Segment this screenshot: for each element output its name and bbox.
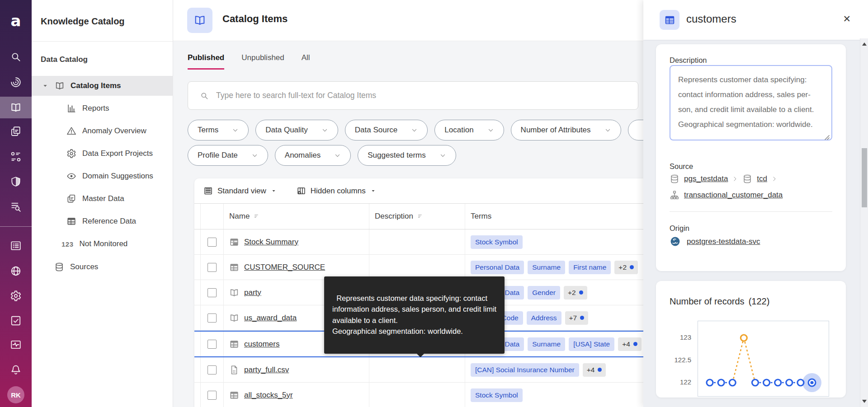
resize-handle-icon[interactable] bbox=[824, 135, 830, 140]
standard-view-dropdown[interactable]: Standard view bbox=[203, 186, 277, 196]
sidebar-item-catalog-items[interactable]: Catalog Items bbox=[32, 76, 173, 96]
row-checkbox[interactable] bbox=[208, 340, 217, 349]
term-dot-icon bbox=[630, 265, 634, 269]
database-icon bbox=[742, 174, 752, 184]
rail-item-check-square[interactable] bbox=[0, 310, 32, 332]
description-textarea[interactable]: Represents customer data specifying: con… bbox=[670, 65, 832, 140]
sidebar-item-not-monitored[interactable]: 123Not Monitored bbox=[32, 233, 173, 255]
sidebar-item-domain-suggestions[interactable]: Domain Suggestions bbox=[32, 165, 173, 187]
book-icon bbox=[229, 288, 239, 298]
scroll-down-icon[interactable] bbox=[862, 400, 867, 403]
source-link[interactable]: transactional_customer_data bbox=[684, 189, 783, 201]
sidebar-item-data-export-projects[interactable]: Data Export Projects bbox=[32, 142, 173, 165]
origin-link[interactable]: postgres-testdata-svc bbox=[687, 237, 760, 246]
description-label: Description bbox=[670, 56, 707, 65]
table-icon bbox=[229, 262, 239, 272]
check-square-icon bbox=[10, 315, 22, 327]
close-icon[interactable]: ✕ bbox=[843, 14, 851, 24]
row-checkbox[interactable] bbox=[208, 288, 217, 297]
tab-bar: PublishedUnpublishedAll bbox=[188, 53, 310, 70]
source-label: Source bbox=[670, 162, 693, 171]
filter-label: Data Source bbox=[355, 126, 398, 135]
column-header-description[interactable]: Description bbox=[369, 204, 465, 229]
standard-view-label: Standard view bbox=[217, 187, 266, 196]
filter-data-quality[interactable]: Data Quality bbox=[255, 120, 338, 140]
search-input[interactable] bbox=[216, 82, 638, 109]
scrollbar-thumb[interactable] bbox=[862, 148, 867, 207]
term-tag: Stock Symbol bbox=[471, 388, 523, 402]
asset-link[interactable]: party bbox=[244, 288, 261, 297]
row-checkbox[interactable] bbox=[208, 365, 217, 374]
origin-label: Origin bbox=[670, 224, 689, 233]
filter-data-source[interactable]: Data Source bbox=[345, 120, 428, 140]
sidebar-item-label: Reports bbox=[82, 104, 109, 113]
table-row-party-full-csv[interactable]: party_full.csv[CAN] Social Insurance Num… bbox=[194, 357, 643, 383]
asset-link[interactable]: customers bbox=[244, 340, 279, 349]
sidebar-item-sources[interactable]: Sources bbox=[32, 256, 173, 278]
asset-link[interactable]: all_stocks_5yr bbox=[244, 391, 293, 400]
filter-clipped[interactable] bbox=[628, 120, 643, 140]
sidebar-item-label: Anomaly Overview bbox=[82, 126, 146, 136]
book-icon bbox=[193, 14, 206, 27]
tab-all[interactable]: All bbox=[302, 53, 310, 70]
sidebar-item-master-data[interactable]: Master Data bbox=[32, 187, 173, 210]
hidden-columns-dropdown[interactable]: Hidden columns bbox=[297, 186, 376, 196]
scroll-up-icon[interactable] bbox=[862, 42, 867, 46]
row-checkbox[interactable] bbox=[208, 313, 217, 323]
rail-item-bell[interactable] bbox=[0, 359, 32, 381]
row-checkbox[interactable] bbox=[208, 263, 217, 272]
main-header: Catalog Items bbox=[173, 0, 643, 41]
asset-link[interactable]: CUSTOMER_SOURCE bbox=[244, 263, 325, 272]
y-tick-label: 123 bbox=[661, 333, 691, 342]
chevron-down-icon bbox=[232, 127, 239, 134]
sidebar-item-anomaly-overview[interactable]: Anomaly Overview bbox=[32, 120, 173, 142]
table-icon bbox=[229, 390, 239, 400]
tab-published[interactable]: Published bbox=[188, 53, 224, 70]
source-link[interactable]: pgs_testdata bbox=[684, 173, 728, 185]
user-avatar[interactable]: RK bbox=[7, 386, 24, 403]
book-icon bbox=[229, 313, 239, 323]
asset-details-card: Description Represents customer data spe… bbox=[656, 44, 846, 271]
sidebar-item-reports[interactable]: Reports bbox=[32, 97, 173, 120]
rail-item-book[interactable] bbox=[0, 97, 32, 118]
row-checkbox[interactable] bbox=[208, 238, 217, 247]
caret-down-icon bbox=[42, 82, 49, 89]
rail-item-copy[interactable] bbox=[0, 121, 32, 142]
asset-link[interactable]: us_award_data bbox=[244, 313, 297, 323]
rail-item-list[interactable] bbox=[0, 235, 32, 257]
asset-link[interactable]: Stock Summary bbox=[244, 238, 298, 247]
source-link[interactable]: tcd bbox=[757, 173, 767, 185]
tab-unpublished[interactable]: Unpublished bbox=[241, 53, 284, 70]
asset-type-tile bbox=[660, 10, 679, 30]
rail-item-globe[interactable] bbox=[0, 260, 32, 282]
column-header-name[interactable]: Name bbox=[223, 204, 369, 229]
rail-item-search[interactable] bbox=[0, 46, 32, 68]
more-terms-chip: +2 bbox=[614, 261, 638, 274]
table-icon bbox=[664, 14, 675, 26]
rail-divider bbox=[0, 226, 32, 227]
rail-item-shield[interactable] bbox=[0, 171, 32, 192]
row-checkbox[interactable] bbox=[208, 391, 217, 400]
filter-location[interactable]: Location bbox=[434, 120, 504, 140]
rail-item-radar[interactable] bbox=[0, 71, 32, 93]
filter-suggested-terms[interactable]: Suggested terms bbox=[358, 145, 456, 166]
chevron-down-icon bbox=[604, 127, 611, 134]
asset-title: customers bbox=[686, 13, 736, 25]
sidebar-item-reference-data[interactable]: Reference Data bbox=[32, 210, 173, 233]
sidebar-divider bbox=[32, 41, 173, 42]
asset-link[interactable]: party_full.csv bbox=[244, 365, 289, 374]
filter-profile-date[interactable]: Profile Date bbox=[188, 145, 268, 166]
bar-chart-icon bbox=[66, 103, 76, 113]
filter-terms[interactable]: Terms bbox=[188, 120, 249, 140]
filter-number-of-attributes[interactable]: Number of Attributes bbox=[511, 120, 621, 140]
filter-anomalies[interactable]: Anomalies bbox=[275, 145, 351, 166]
rail-item-monitor[interactable] bbox=[0, 334, 32, 356]
table-row-stock-summary[interactable]: Stock SummaryStock Symbol bbox=[194, 229, 643, 255]
gear-icon bbox=[66, 149, 76, 159]
rail-item-gear[interactable] bbox=[0, 285, 32, 307]
bell-icon bbox=[10, 364, 22, 376]
rail-item-doc-search[interactable] bbox=[0, 196, 32, 218]
table-row-all-stocks-5yr[interactable]: all_stocks_5yrStock Symbol bbox=[194, 383, 643, 407]
column-label: Name bbox=[229, 212, 250, 221]
rail-item-governance[interactable] bbox=[0, 146, 32, 168]
